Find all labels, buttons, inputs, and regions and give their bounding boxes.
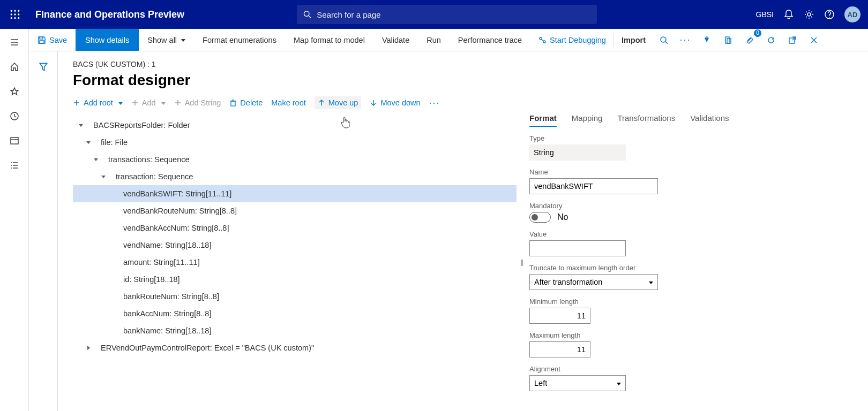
tab-validations[interactable]: Validations — [690, 113, 729, 127]
tree-row[interactable]: vendBankAccNum: String[8..8] — [73, 219, 517, 237]
tree-row[interactable]: ERVendOutPaymControlReport: Excel = "BAC… — [73, 339, 517, 356]
chevron-down-icon — [159, 98, 166, 107]
user-avatar[interactable]: AD — [844, 6, 860, 22]
tree-row[interactable]: transactions: Sequence — [73, 151, 517, 168]
app-launcher-icon[interactable] — [4, 10, 26, 19]
tree-caret-icon[interactable] — [77, 123, 85, 127]
filter-column — [29, 51, 58, 411]
workspace-icon[interactable] — [0, 128, 29, 153]
tree-row[interactable]: BACSReportsFolder: Folder — [73, 117, 517, 134]
close-button[interactable] — [805, 32, 822, 49]
top-header: Finance and Operations Preview GBSI AD — [0, 0, 868, 29]
search-box[interactable] — [297, 5, 597, 24]
tab-transformations[interactable]: Transformations — [617, 113, 675, 127]
move-down-button[interactable]: Move down — [370, 98, 420, 107]
gear-icon[interactable] — [804, 9, 814, 20]
svg-rect-17 — [11, 138, 18, 144]
tree-row[interactable]: transaction: Sequence — [73, 168, 517, 185]
tree-row[interactable]: amount: String[11..11] — [73, 254, 517, 271]
alignment-select[interactable]: Left — [529, 375, 626, 391]
tab-mapping[interactable]: Mapping — [572, 113, 603, 127]
more-button[interactable]: ··· — [677, 32, 694, 49]
import-label: Import — [622, 36, 646, 44]
refresh-button[interactable] — [762, 32, 780, 49]
tree-row[interactable]: bankName: String[18..18] — [73, 322, 517, 339]
page-options-icon[interactable] — [720, 32, 737, 49]
delete-label: Delete — [240, 98, 263, 107]
mandatory-label: Mandatory — [529, 202, 847, 210]
name-input[interactable] — [529, 178, 658, 194]
find-button[interactable] — [655, 32, 672, 49]
tree-row[interactable]: vendBankSWIFT: String[11..11] — [73, 185, 517, 202]
svg-point-1 — [14, 10, 16, 12]
search-input[interactable] — [317, 10, 590, 19]
attachments-button[interactable]: 0 — [741, 32, 758, 49]
move-up-button[interactable]: Move up — [315, 96, 362, 109]
add-label: Add — [142, 98, 156, 107]
popout-button[interactable] — [784, 32, 801, 49]
add-root-label: Add root — [84, 98, 113, 107]
diamond-icon[interactable] — [698, 32, 715, 49]
help-icon[interactable] — [824, 9, 835, 20]
performance-trace-button[interactable]: Performance trace — [450, 29, 530, 51]
truncate-select[interactable]: After transformation — [529, 274, 658, 290]
svg-point-9 — [304, 11, 310, 17]
make-root-button[interactable]: Make root — [271, 98, 305, 107]
tree-row[interactable]: file: File — [73, 134, 517, 151]
save-button[interactable]: Save — [29, 29, 76, 51]
star-icon[interactable] — [0, 79, 29, 104]
filter-icon[interactable] — [39, 62, 48, 72]
truncate-value: After transformation — [534, 278, 602, 286]
tree-caret-icon[interactable] — [85, 346, 92, 350]
mandatory-toggle[interactable] — [529, 212, 551, 223]
tree-node-label: id: String[18..18] — [123, 275, 180, 284]
tree-node-label: vendName: String[18..18] — [123, 241, 211, 249]
tree-row[interactable]: bankRouteNum: String[8..8] — [73, 288, 517, 305]
format-enum-label: Format enumerations — [203, 36, 276, 44]
tree-node-label: transactions: Sequence — [108, 155, 190, 164]
tab-format[interactable]: Format — [529, 113, 557, 127]
add-button[interactable]: Add — [131, 98, 166, 107]
toolbar-more-button[interactable]: ··· — [429, 97, 440, 109]
tree-caret-icon[interactable] — [85, 140, 92, 144]
delete-button[interactable]: Delete — [229, 98, 263, 107]
min-length-input[interactable] — [529, 308, 590, 324]
format-enumerations-button[interactable]: Format enumerations — [194, 29, 285, 51]
show-all-button[interactable]: Show all — [139, 29, 194, 51]
tree-row[interactable]: vendBankRouteNum: String[8..8] — [73, 202, 517, 219]
breadcrumb: BACS (UK CUSTOM) : 1 — [73, 60, 853, 68]
action-bar: Save Show details Show all Format enumer… — [29, 29, 868, 51]
modules-icon[interactable] — [0, 153, 29, 178]
add-string-button[interactable]: Add String — [174, 98, 221, 107]
value-input[interactable] — [529, 240, 626, 256]
tree-node-label: bankName: String[18..18] — [123, 326, 211, 335]
home-icon[interactable] — [0, 55, 29, 79]
hamburger-icon[interactable] — [0, 30, 29, 55]
show-details-button[interactable]: Show details — [76, 29, 139, 51]
tree-row[interactable]: bankAccNum: String[8..8] — [73, 305, 517, 322]
tree-row[interactable]: vendName: String[18..18] — [73, 237, 517, 254]
recent-icon[interactable] — [0, 104, 29, 128]
run-button[interactable]: Run — [418, 29, 450, 51]
perf-trace-label: Performance trace — [458, 36, 522, 44]
company-code[interactable]: GBSI — [756, 10, 774, 19]
svg-point-28 — [543, 41, 545, 43]
add-root-button[interactable]: Add root — [73, 98, 123, 107]
svg-point-7 — [14, 17, 16, 19]
chevron-down-icon — [179, 36, 185, 44]
tree-caret-icon[interactable] — [92, 157, 100, 162]
bell-icon[interactable] — [783, 9, 794, 20]
start-debug-label: Start Debugging — [550, 36, 606, 44]
map-format-button[interactable]: Map format to model — [285, 29, 373, 51]
tree-node-label: BACSReportsFolder: Folder — [93, 121, 190, 130]
splitter[interactable]: ‖ — [517, 113, 526, 411]
validate-button[interactable]: Validate — [373, 29, 418, 51]
tree-pane: BACSReportsFolder: Folderfile: Filetrans… — [73, 113, 517, 411]
import-button[interactable]: Import — [614, 29, 653, 51]
mandatory-text: No — [557, 212, 568, 222]
max-length-input[interactable] — [529, 341, 590, 357]
start-debugging-button[interactable]: Start Debugging — [530, 29, 613, 51]
left-rail — [0, 29, 29, 411]
tree-row[interactable]: id: String[18..18] — [73, 271, 517, 288]
tree-caret-icon[interactable] — [100, 174, 107, 179]
